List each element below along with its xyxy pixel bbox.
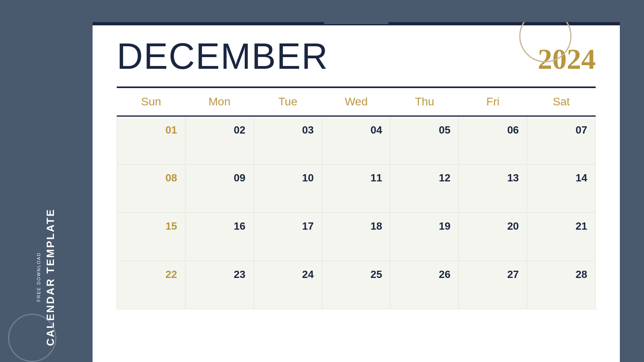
day-header-thu: Thu [390,88,459,116]
month-title: DECEMBER [117,38,328,74]
day-cell-13: 13 [459,165,527,213]
day-cell-09: 09 [185,165,254,213]
table-row: 15 16 17 18 19 20 21 [117,213,596,261]
day-cell-25: 25 [322,261,390,309]
day-cell-27: 27 [459,261,527,309]
hanging-tab [324,22,388,24]
table-row: 22 23 24 25 26 27 28 [117,261,596,309]
day-cell-28: 28 [527,261,596,309]
day-cell-14: 14 [527,165,596,213]
day-cell-01: 01 [117,116,186,165]
day-cell-03: 03 [254,116,322,165]
day-header-mon: Mon [185,88,254,116]
table-row: 01 02 03 04 05 06 07 [117,116,596,165]
day-header-wed: Wed [322,88,390,116]
free-download-label: FREE DOWNLOAD [36,252,41,302]
day-cell-10: 10 [254,165,322,213]
calendar-container: DECEMBER 2024 Sun Mon Tue Wed Thu Fri Sa… [93,22,620,362]
day-cell-19: 19 [390,213,459,261]
day-cell-05: 05 [390,116,459,165]
day-cell-22: 22 [117,261,186,309]
page-background: FREE DOWNLOAD CALENDAR TEMPLATE DECEMBER… [0,0,644,362]
day-header-tue: Tue [254,88,322,116]
day-cell-23: 23 [185,261,254,309]
day-cell-02: 02 [185,116,254,165]
calendar-grid: Sun Mon Tue Wed Thu Fri Sat 01 02 03 04 … [117,88,596,309]
day-cell-06: 06 [459,116,527,165]
day-header-fri: Fri [459,88,527,116]
day-cell-24: 24 [254,261,322,309]
day-cell-08: 08 [117,165,186,213]
table-row: 08 09 10 11 12 13 14 [117,165,596,213]
day-cell-17: 17 [254,213,322,261]
day-cell-21: 21 [527,213,596,261]
sidebar: FREE DOWNLOAD CALENDAR TEMPLATE [0,0,93,362]
day-cell-16: 16 [185,213,254,261]
day-cell-18: 18 [322,213,390,261]
day-cell-26: 26 [390,261,459,309]
day-cell-20: 20 [459,213,527,261]
days-of-week-row: Sun Mon Tue Wed Thu Fri Sat [117,88,596,116]
day-cell-15: 15 [117,213,186,261]
day-cell-07: 07 [527,116,596,165]
day-header-sun: Sun [117,88,186,116]
day-cell-12: 12 [390,165,459,213]
day-cell-11: 11 [322,165,390,213]
sidebar-decorative-circle [8,314,56,362]
day-cell-04: 04 [322,116,390,165]
day-header-sat: Sat [527,88,596,116]
